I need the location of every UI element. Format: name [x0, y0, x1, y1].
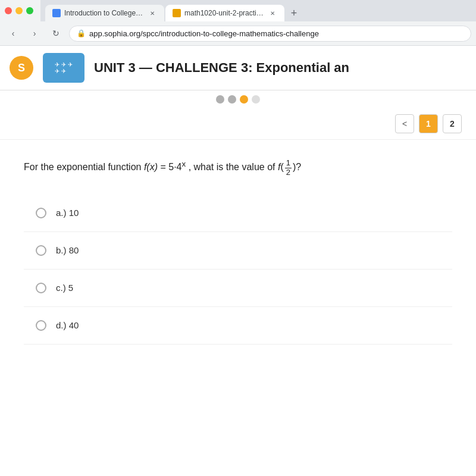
- choice-c[interactable]: c.) 5: [24, 270, 452, 307]
- traffic-light-red[interactable]: [5, 7, 12, 14]
- open-paren: (: [280, 162, 283, 172]
- unit-badge: ✈ ✈ ✈✈ ✈: [43, 53, 84, 83]
- radio-b[interactable]: [36, 245, 46, 256]
- page-title: UNIT 3 — CHALLENGE 3: Exponential an: [94, 60, 349, 76]
- question-text-after: , what is the value of: [189, 162, 278, 172]
- url-text: app.sophia.org/spcc/introduction-to-coll…: [89, 29, 319, 38]
- prev-page-button[interactable]: <: [395, 114, 414, 133]
- nav-controls: < 1 2: [0, 108, 476, 140]
- address-bar[interactable]: 🔒 app.sophia.org/spcc/introduction-to-co…: [69, 26, 471, 42]
- tab2-favicon: [173, 9, 181, 17]
- progress-dot-2: [228, 95, 236, 104]
- function-equals: = 5·4: [160, 162, 181, 172]
- choice-c-label: c.) 5: [56, 283, 73, 293]
- page-content: S ✈ ✈ ✈✈ ✈ UNIT 3 — CHALLENGE 3: Exponen…: [0, 46, 476, 468]
- answer-choices: a.) 10 b.) 80 c.) 5 d.) 40: [24, 195, 452, 345]
- function-label: f(x): [144, 162, 158, 172]
- lock-icon: 🔒: [77, 29, 86, 37]
- tab2-close[interactable]: ✕: [268, 8, 277, 18]
- traffic-light-green[interactable]: [26, 7, 33, 14]
- tab-1[interactable]: Introduction to College Mathe ✕: [45, 5, 164, 21]
- question-area: For the exponential function f(x) = 5·4x…: [0, 140, 476, 356]
- fraction: 1 2: [285, 159, 292, 177]
- fraction-numerator: 1: [285, 159, 292, 168]
- reload-button[interactable]: ↻: [48, 25, 64, 42]
- back-button[interactable]: ‹: [5, 25, 21, 42]
- plane-icons: ✈ ✈ ✈✈ ✈: [52, 59, 75, 77]
- page-2-button[interactable]: 2: [443, 114, 462, 133]
- choice-d[interactable]: d.) 40: [24, 307, 452, 345]
- choice-b-label: b.) 80: [56, 245, 79, 255]
- question-text: For the exponential function f(x) = 5·4x…: [24, 158, 452, 177]
- tab1-close[interactable]: ✕: [148, 8, 157, 18]
- page-2-label: 2: [450, 119, 455, 129]
- fraction-denominator: 2: [285, 168, 292, 177]
- question-text-before: For the exponential function: [24, 162, 144, 172]
- radio-c[interactable]: [36, 283, 46, 293]
- traffic-light-yellow[interactable]: [15, 7, 23, 14]
- choice-a[interactable]: a.) 10: [24, 195, 452, 232]
- progress-dots: [0, 90, 476, 108]
- tab-add-button[interactable]: +: [286, 5, 302, 21]
- choice-a-label: a.) 10: [56, 208, 79, 218]
- logo-letter: S: [18, 62, 25, 74]
- progress-dot-3: [240, 95, 248, 104]
- exponent: x: [182, 159, 186, 168]
- radio-d[interactable]: [36, 320, 46, 331]
- page-1-button[interactable]: 1: [419, 114, 438, 133]
- tab-2[interactable]: math1020-unit-2-practice-mile ✕: [165, 5, 284, 21]
- progress-dot-4: [252, 95, 260, 104]
- tab1-title: Introduction to College Mathe: [64, 9, 144, 17]
- sophia-logo: S: [10, 56, 33, 80]
- radio-a[interactable]: [36, 208, 46, 218]
- progress-dot-1: [216, 95, 224, 104]
- tab1-favicon: [52, 9, 61, 17]
- forward-button[interactable]: ›: [26, 25, 43, 42]
- choice-d-label: d.) 40: [56, 320, 79, 330]
- page-header: S ✈ ✈ ✈✈ ✈ UNIT 3 — CHALLENGE 3: Exponen…: [0, 46, 476, 90]
- page-1-label: 1: [426, 119, 431, 129]
- prev-arrow-icon: <: [402, 119, 407, 129]
- choice-b[interactable]: b.) 80: [24, 232, 452, 270]
- question-mark: ?: [296, 162, 301, 172]
- tab2-title: math1020-unit-2-practice-mile: [184, 9, 264, 17]
